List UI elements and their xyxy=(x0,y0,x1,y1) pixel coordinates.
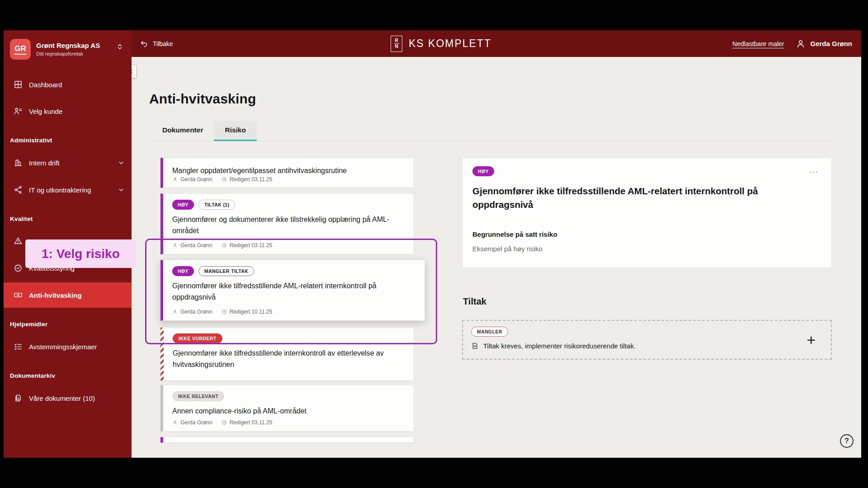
sidebar-section-dokumentarkiv: Dokumentarkiv xyxy=(10,372,55,379)
user-name: Gerda Grønn xyxy=(810,40,852,47)
clock-icon xyxy=(222,309,227,314)
tiltak-message-row: Tiltak kreves, implementer risikoreduser… xyxy=(471,342,636,350)
risk-card-5[interactable]: IKKE RELEVANT Annen compliance-risiko på… xyxy=(160,385,414,432)
sidebar-item-label: Kvalitetsstyring xyxy=(29,264,75,272)
sidebar-item-label: IT og utkontraktering xyxy=(29,186,112,194)
content-area: Anti-hvitvasking Dokumenter Risiko Mangl… xyxy=(132,57,861,458)
sidebar-item-it-utkontraktering[interactable]: IT og utkontraktering xyxy=(4,181,132,199)
badge-row: HØY MANGLER TILTAK xyxy=(172,266,415,276)
risk-meta: Gerda Grønn Redigert 03.11.25 xyxy=(172,176,405,183)
risk-card-partial[interactable] xyxy=(160,437,414,443)
risk-title: Gjennomfører ikke tilfredsstillende inte… xyxy=(173,347,405,370)
company-switcher[interactable]: GR Grønt Regnskap AS Ditt regnskapsforet… xyxy=(4,30,132,71)
person-icon xyxy=(172,420,178,425)
page-title: Anti-hvitvasking xyxy=(149,91,256,107)
reason-label: Begrunnelse på satt risiko xyxy=(472,230,557,238)
severity-badge: HØY xyxy=(172,266,194,276)
mangler-tiltak-badge: MANGLER TILTAK xyxy=(198,266,254,276)
sidebar: GR Grønt Regnskap AS Ditt regnskapsforet… xyxy=(4,30,132,458)
sidebar-item-velg-kunde[interactable]: Velg kunde xyxy=(4,102,132,120)
person-icon xyxy=(172,243,178,248)
company-subtitle: Ditt regnskapsforetak xyxy=(36,51,83,56)
chevron-down-icon xyxy=(118,160,124,166)
person-icon xyxy=(172,309,178,314)
downloadable-templates-link[interactable]: Nedlastbare maler xyxy=(732,40,784,47)
chevron-down-icon xyxy=(118,187,124,193)
risk-author: Gerda Grønn xyxy=(180,309,212,315)
banknote-icon xyxy=(14,291,23,300)
company-name: Grønt Regnskap AS xyxy=(36,42,100,49)
person-list-icon xyxy=(14,107,23,116)
reason-value: Eksempel på høy risiko xyxy=(472,245,542,253)
back-label: Tilbake xyxy=(153,40,173,47)
detail-title: Gjennomfører ikke tilfredsstillende AML-… xyxy=(472,184,789,211)
return-arrow-icon xyxy=(140,39,148,48)
risk-title: Gjennomfører og dokumenterer ikke tilstr… xyxy=(172,214,405,236)
help-button[interactable]: ? xyxy=(840,434,854,448)
sidebar-item-label: Avstemmingsskjemaer xyxy=(29,343,97,351)
badge-row: IKKE RELEVANT xyxy=(172,391,405,401)
clock-icon xyxy=(222,420,227,425)
user-menu[interactable]: Gerda Grønn xyxy=(796,39,852,49)
risk-edited: Redigert 03.11.25 xyxy=(230,176,273,183)
sidebar-section-kvalitet: Kvalitet xyxy=(10,216,33,222)
risk-card-4[interactable]: IKKE VURDERT Gjennomfører ikke tilfredss… xyxy=(160,327,414,381)
app-window: GR Grønt Regnskap AS Ditt regnskapsforet… xyxy=(4,30,861,458)
risk-card-3-selected[interactable]: HØY MANGLER TILTAK Gjennomfører ikke til… xyxy=(160,260,425,321)
badge-row: HØY TILTAK (1) xyxy=(172,200,405,210)
topbar-right: Nedlastbare maler Gerda Grønn xyxy=(732,39,852,49)
add-tiltak-button[interactable]: + xyxy=(807,333,816,347)
topbar: Tilbake RN KS KOMPLETT Nedlastbare maler… xyxy=(132,30,861,57)
clock-icon xyxy=(222,177,227,182)
person-icon xyxy=(172,177,178,182)
dashboard-grid-icon xyxy=(14,80,23,89)
logo-letter-n: N xyxy=(395,44,398,49)
document-add-icon xyxy=(471,342,479,350)
clock-icon xyxy=(222,243,227,248)
more-options-button[interactable]: ... xyxy=(807,166,821,174)
back-button[interactable]: Tilbake xyxy=(136,37,177,51)
severity-badge: HØY xyxy=(472,166,494,176)
tab-risiko[interactable]: Risiko xyxy=(214,121,257,141)
seal-check-icon xyxy=(14,263,23,272)
sidebar-item-vare-dokumenter[interactable]: Våre dokumenter (10) xyxy=(4,389,132,407)
tiltak-message: Tiltak kreves, implementer risikoreduser… xyxy=(483,342,636,350)
unfold-chevrons-icon xyxy=(116,43,123,50)
risk-card-1[interactable]: Mangler oppdatert/egentilpasset antihvit… xyxy=(160,158,414,188)
checklist-icon xyxy=(14,342,23,351)
badge-row: IKKE VURDERT xyxy=(173,333,405,343)
network-icon xyxy=(14,185,23,194)
chevron-left-icon xyxy=(132,69,134,74)
sidebar-item-anti-hvitvasking[interactable]: Anti-hvitvasking xyxy=(4,282,132,308)
sidebar-item-kvalitetsstyring[interactable]: Kvalitetsstyring xyxy=(4,259,132,277)
tab-dokumenter[interactable]: Dokumenter xyxy=(151,121,214,141)
risk-meta: Gerda Grønn Redigert 10.11.25 xyxy=(172,309,415,315)
risk-author: Gerda Grønn xyxy=(180,419,212,426)
sidebar-item-intern-drift[interactable]: Intern drift xyxy=(4,154,132,172)
sidebar-section-administrativt: Administrativt xyxy=(10,137,52,144)
risk-author: Gerda Grønn xyxy=(180,176,212,183)
risk-edited: Redigert 03.11.25 xyxy=(230,242,273,249)
sidebar-item-label: Velg kunde xyxy=(29,108,62,115)
tiltak-empty-state: MANGLER Tiltak kreves, implementer risik… xyxy=(462,320,832,360)
sidebar-item-risikostyring[interactable] xyxy=(4,232,132,250)
documents-icon xyxy=(14,394,23,403)
tab-divider xyxy=(151,141,836,141)
company-avatar: GR xyxy=(10,39,31,60)
sidebar-item-avstemmingsskjemaer[interactable]: Avstemmingsskjemaer xyxy=(4,338,132,356)
risk-detail-panel: HØY ... Gjennomfører ikke tilfredsstille… xyxy=(462,158,832,268)
app-logo-text: KS KOMPLETT xyxy=(409,38,491,50)
risk-card-2[interactable]: HØY TILTAK (1) Gjennomfører og dokumente… xyxy=(160,193,414,254)
app-logo: RN KS KOMPLETT xyxy=(391,30,491,57)
sidebar-item-label: Anti-hvitvasking xyxy=(29,291,82,299)
warning-triangle-icon xyxy=(14,236,23,245)
risk-author: Gerda Grønn xyxy=(180,242,212,249)
risk-title: Mangler oppdatert/egentilpasset antihvit… xyxy=(172,165,405,176)
risk-title: Gjennomfører ikke tilfredsstillende AML-… xyxy=(172,280,410,303)
sidebar-item-dashboard[interactable]: Dashboard xyxy=(4,75,132,94)
sidebar-collapse-button[interactable] xyxy=(132,65,137,78)
risk-meta: Gerda Grønn Redigert 03.11.25 xyxy=(172,419,405,426)
sidebar-item-label: Våre dokumenter (10) xyxy=(29,394,95,402)
user-icon xyxy=(796,39,806,49)
main-column: Tilbake RN KS KOMPLETT Nedlastbare maler… xyxy=(132,30,861,458)
